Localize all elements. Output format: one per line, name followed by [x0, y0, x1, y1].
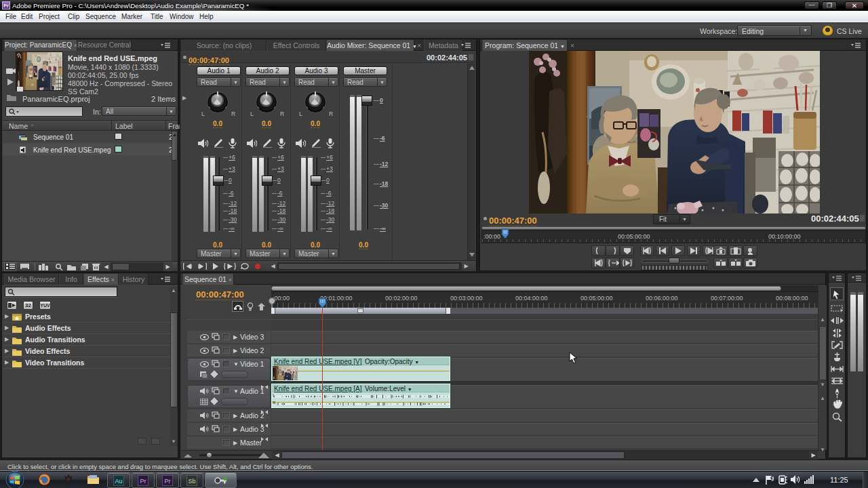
svg-text:Au: Au: [115, 478, 122, 485]
svg-text:Pr: Pr: [140, 478, 146, 485]
svg-text:Pr: Pr: [165, 478, 171, 485]
svg-text:Sb: Sb: [188, 478, 195, 485]
